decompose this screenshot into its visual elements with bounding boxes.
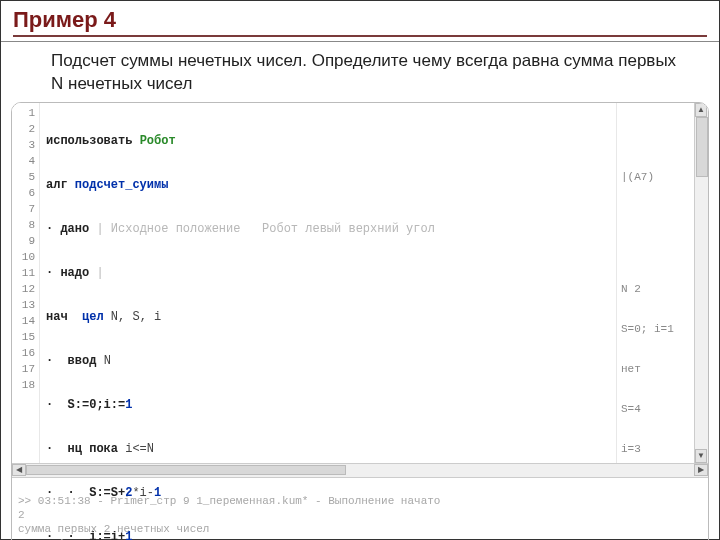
title-area: Пример 4 — [1, 1, 719, 42]
title-underline — [13, 35, 707, 37]
slide: Пример 4 Подсчет суммы нечетных чисел. О… — [0, 0, 720, 540]
scroll-right-icon[interactable]: ▶ — [694, 464, 708, 476]
scroll-thumb[interactable] — [696, 117, 708, 177]
notebook-frame: 123 456 789 101112 131415 161718 использ… — [11, 102, 709, 540]
code-editor[interactable]: 123 456 789 101112 131415 161718 использ… — [12, 103, 708, 463]
scroll-left-icon[interactable]: ◀ — [12, 464, 26, 476]
scroll-down-icon[interactable]: ▼ — [695, 449, 707, 463]
line-gutter: 123 456 789 101112 131415 161718 — [12, 103, 40, 463]
code-body[interactable]: использовать Робот алг подсчет_суимы · д… — [40, 103, 616, 463]
values-panel: |(A7) N 2 S=0; i=1 нет S=4 i=3 — [616, 103, 694, 463]
slide-subtitle: Подсчет суммы нечетных чисел. Определите… — [1, 42, 719, 102]
vertical-scrollbar[interactable]: ▲ ▼ — [694, 103, 708, 463]
slide-title: Пример 4 — [13, 7, 707, 33]
hscroll-thumb[interactable] — [26, 465, 346, 475]
scroll-up-icon[interactable]: ▲ — [695, 103, 707, 117]
horizontal-scrollbar[interactable]: ◀ ▶ — [12, 463, 708, 477]
